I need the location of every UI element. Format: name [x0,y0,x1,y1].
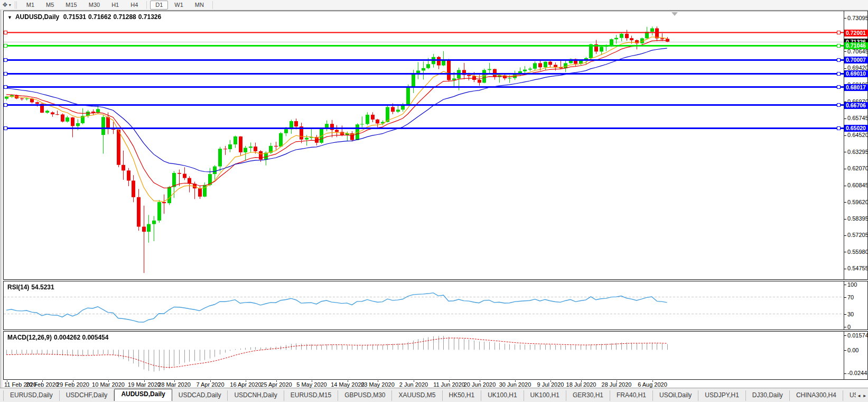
timeframe-w1[interactable]: W1 [169,1,189,10]
symbol-tab-xauusd-m5[interactable]: XAUUSD,M5 [392,390,442,401]
price-tick-mark [844,235,846,236]
date-tick-label: 14 May 2020 [331,381,365,388]
timeframe-h1[interactable]: H1 [106,1,124,10]
date-tick-label: 18 Jul 2020 [566,381,596,388]
price-tick-mark [844,118,846,119]
symbol-tab-fra40-h1[interactable]: FRA40,H1 [610,390,653,401]
price-tick-mark [844,269,846,269]
symbol-tab-usdchf-daily[interactable]: USDCHF,Daily [60,390,115,401]
timeframe-d1[interactable]: D1 [150,1,168,10]
price-tick-label: 0.59620 [847,199,868,206]
tab-scroll-right-icon[interactable]: ► [863,391,867,401]
symbol-tab-ger30-h1[interactable]: GER30,H1 [566,390,610,401]
price-tag[interactable]: 0.69010 [844,70,868,77]
macd-label: MACD(12,26,9)0.004262 0.005454 [7,334,110,341]
timeframe-group: M1M5M15M30H1H4D1W1MN [21,1,216,10]
date-tick-label: 20 Jun 2020 [464,381,496,388]
timeframe-toolbar: ❖ ▾ M1M5M15M30H1H4D1W1MN [0,0,868,10]
rsi-axis[interactable]: 10070300 [844,281,868,330]
ohlc-low: 0.71288 [113,13,136,21]
symbol-tab-usdjpy-h1[interactable]: USDJPY,H1 [698,390,745,401]
timeframe-m1[interactable]: M1 [21,1,40,10]
symbol-tab-uk100-h1[interactable]: UK100,H1 [481,390,524,401]
rsi-tick-label: 100 [847,281,857,288]
toolbar-grip[interactable] [15,2,17,8]
symbol-tab-hk50-h1[interactable]: HK50,H1 [443,390,482,401]
macd-tick-mark [844,373,846,374]
ohlc-close: 0.71326 [138,13,161,21]
date-tick-label: 16 Apr 2020 [230,381,261,388]
chart-objects-icon[interactable]: ❖ [2,1,8,8]
price-axis[interactable]: 0.730950.718700.706450.694200.681950.669… [844,11,868,280]
price-tick-mark [844,169,846,169]
date-tick-label: 10 Mar 2020 [92,381,125,388]
price-tick-mark [844,152,846,152]
date-axis[interactable]: 11 Feb 202020 Feb 202029 Feb 202010 Mar … [3,380,868,388]
symbol-tab-usdcad-daily[interactable]: USDCAD,Daily [172,390,228,401]
price-tick-label: 0.58395 [847,215,868,222]
symbol-tab-usdcnh-daily[interactable]: USDCNH,Daily [228,390,284,401]
price-tick-label: 0.62070 [847,165,868,172]
price-tick-label: 0.63295 [847,149,868,156]
rsi-tick-mark [844,314,846,315]
symbol-tab-uk100-h1[interactable]: UK100,H1 [524,390,566,401]
timeframe-h4[interactable]: H4 [125,1,143,10]
timeframe-m5[interactable]: M5 [41,1,59,10]
price-chart-canvas[interactable] [4,11,844,279]
symbol-tab-eurusd-daily[interactable]: EURUSD,Daily [3,390,60,401]
symbol-tab-china300-h4[interactable]: CHINA300,H4 [790,390,843,401]
chart-title: ▼AUDUSD,Daily 0.715310.716620.712880.713… [7,13,163,21]
rsi-tick-label: 30 [847,311,854,318]
symbol-tab-eurusd-m15[interactable]: EURUSD,M15 [284,390,338,401]
tab-scroll-arrows: ◄► [857,391,868,401]
timeframe-m30[interactable]: M30 [83,1,105,10]
macd-axis[interactable]: 0.0157410.00-0.024412 [844,331,868,380]
date-tick-label: 6 Aug 2020 [638,381,667,388]
symbol-tab-dj30-daily[interactable]: DJ30,Daily [746,390,790,401]
price-tag[interactable]: 0.70007 [844,57,868,63]
date-tick-label: 19 Mar 2020 [128,381,161,388]
price-tick-label: 0.57205 [847,232,868,239]
timeframe-mn[interactable]: MN [190,1,209,10]
price-tick-label: 0.64520 [847,132,868,139]
price-tick-mark [844,135,846,136]
ohlc-high: 0.71662 [88,13,111,21]
date-tick-label: 5 May 2020 [296,381,326,388]
macd-tick-label: 0.015741 [847,332,868,339]
tab-scroll-left-icon[interactable]: ◄ [857,391,861,401]
price-tag[interactable]: 0.66706 [844,102,868,109]
date-tick-label: 9 Jul 2020 [537,381,564,388]
price-tick-label: 0.60845 [847,182,868,189]
macd-tick-mark [844,335,846,336]
price-tag[interactable]: 0.71046 [844,42,868,49]
price-tick-mark [844,202,846,203]
date-tick-label: 23 May 2020 [361,381,395,388]
rsi-tick-mark [844,297,846,298]
symbol-tab-usoil-daily[interactable]: USOil,Daily [653,390,698,401]
macd-canvas[interactable] [4,332,844,379]
rsi-value: 54.5231 [31,284,54,291]
date-tick-label: 11 Jun 2020 [433,381,465,388]
rsi-label: RSI(14)54.5231 [7,284,57,291]
toolbar-separator [146,1,147,9]
symbol-tab-usoil-h[interactable]: USOil,H [843,390,856,401]
collapse-icon[interactable]: ▼ [7,15,12,20]
price-tick-mark [844,186,846,186]
price-tick-label: 0.54755 [847,265,868,272]
price-tick-mark [844,18,846,19]
timeframe-m15[interactable]: M15 [60,1,82,10]
symbol-tab-audusd-daily[interactable]: AUDUSD,Daily [114,389,172,401]
price-tag[interactable]: 0.72001 [844,30,868,36]
symbol-tab-gbpusd-m30[interactable]: GBPUSD,M30 [338,390,392,401]
price-tag[interactable]: 0.68017 [844,84,868,91]
rsi-panel: RSI(14)54.5231 [3,281,844,330]
price-tag[interactable]: 0.65020 [844,125,868,132]
rsi-tick-mark [844,285,846,285]
date-tick-label: 7 Apr 2020 [196,381,224,388]
date-tick-label: 29 Feb 2020 [57,381,89,388]
date-tick-label: 28 Jul 2020 [602,381,632,388]
chart-tab-bar: EURUSD,DailyUSDCHF,DailyAUDUSD,DailyUSDC… [0,388,868,402]
rsi-canvas[interactable] [4,281,844,330]
date-tick-label: 25 Apr 2020 [260,381,292,388]
dropdown-arrow-icon[interactable]: ▾ [9,3,11,7]
